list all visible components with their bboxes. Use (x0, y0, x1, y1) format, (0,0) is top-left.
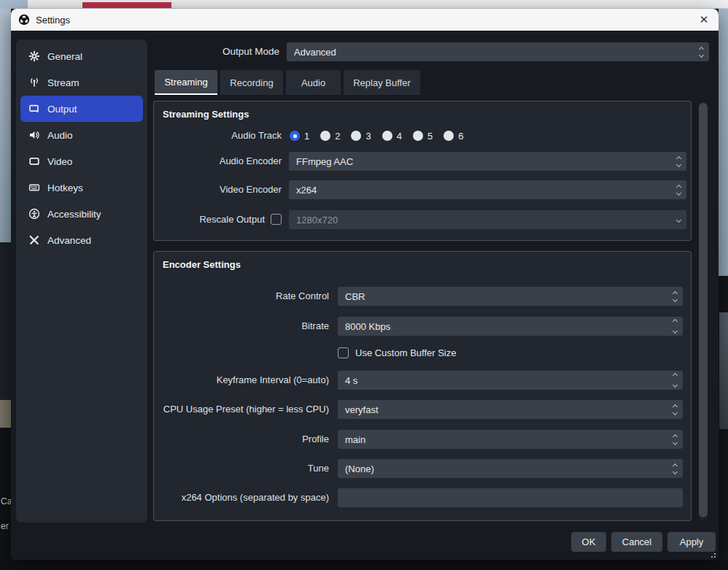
custom-buffer-checkbox[interactable] (338, 347, 349, 358)
audio-track-option-2[interactable]: 2 (320, 131, 340, 142)
close-icon[interactable]: ✕ (694, 9, 714, 31)
monitor-icon (28, 155, 40, 168)
rate-control-select[interactable]: CBR (338, 287, 683, 306)
settings-sidebar: General Stream Output (16, 39, 147, 523)
x264-options-input[interactable] (338, 488, 683, 507)
cancel-button[interactable]: Cancel (611, 532, 662, 552)
radio-label: 3 (365, 131, 371, 142)
rate-control-label: Rate Control (154, 287, 329, 306)
ok-button[interactable]: OK (571, 532, 606, 552)
desktop-sky-fragment (0, 0, 28, 9)
audio-encoder-select[interactable]: FFmpeg AAC (289, 152, 686, 171)
encoder-settings-panel: Encoder Settings Rate Control CBR Bitrat… (153, 251, 692, 521)
custom-buffer-label: Use Custom Buffer Size (355, 347, 456, 358)
bitrate-spinbox[interactable]: 8000 Kbps (338, 317, 683, 336)
panel-title: Streaming Settings (163, 109, 249, 120)
audio-track-option-3[interactable]: 3 (351, 131, 371, 142)
obs-logo-icon (18, 14, 30, 26)
tools-icon (28, 234, 40, 247)
video-encoder-value: x264 (296, 185, 317, 196)
sidebar-item-hotkeys[interactable]: Hotkeys (20, 174, 143, 201)
background-right-fragment (719, 312, 728, 429)
tab-label: Audio (301, 77, 325, 88)
resize-grip-icon[interactable] (708, 550, 716, 558)
output-mode-select[interactable]: Advanced (287, 42, 709, 61)
sidebar-item-general[interactable]: General (20, 43, 143, 69)
background-text-fragment: er (1, 521, 9, 531)
keyframe-interval-spinbox[interactable]: 4 s (338, 371, 683, 390)
tab-recording[interactable]: Recording (220, 70, 283, 95)
rescale-resolution-value: 1280x720 (296, 215, 338, 226)
audio-track-option-5[interactable]: 5 (413, 131, 433, 142)
sidebar-item-audio[interactable]: Audio (20, 122, 143, 148)
video-encoder-label: Video Encoder (154, 180, 282, 199)
audio-track-option-1[interactable]: 1 (290, 131, 309, 142)
tab-replay-buffer[interactable]: Replay Buffer (344, 70, 420, 95)
tune-label: Tune (154, 459, 329, 478)
tab-audio[interactable]: Audio (286, 70, 341, 95)
sidebar-item-advanced[interactable]: Advanced (20, 227, 143, 253)
panel-title: Encoder Settings (163, 259, 241, 270)
sidebar-item-stream[interactable]: Stream (20, 69, 143, 96)
radio-icon[interactable] (413, 131, 423, 141)
screen: Ca er Settings ✕ Gen (0, 0, 728, 570)
desktop-sky-right (719, 9, 728, 276)
apply-button[interactable]: Apply (667, 532, 716, 552)
tab-label: Streaming (164, 77, 207, 88)
audio-track-option-6[interactable]: 6 (444, 131, 463, 142)
x264-options-label: x264 Options (separated by space) (154, 488, 329, 507)
background-left-fragment (0, 400, 11, 428)
speaker-icon (28, 129, 40, 142)
radio-label: 1 (304, 131, 309, 142)
chevron-updown-icon (677, 152, 681, 171)
titlebar[interactable]: Settings ✕ (11, 9, 719, 31)
profile-value: main (345, 434, 365, 445)
rescale-output-label: Rescale Output (154, 210, 265, 229)
accessibility-icon (28, 208, 40, 220)
cpu-preset-select[interactable]: veryfast (338, 400, 683, 419)
background-left-bottom: Ca er (0, 428, 11, 570)
keyframe-interval-label: Keyframe Interval (0=auto) (154, 371, 329, 390)
sidebar-item-label: Audio (47, 130, 73, 141)
radio-icon[interactable] (320, 131, 330, 141)
output-mode-value: Advanced (294, 47, 336, 58)
profile-select[interactable]: main (338, 430, 683, 449)
radio-icon[interactable] (444, 131, 454, 141)
keyboard-icon (28, 182, 40, 194)
gear-icon (28, 50, 40, 63)
radio-icon[interactable] (382, 131, 392, 141)
audio-track-option-4[interactable]: 4 (382, 131, 402, 142)
settings-dialog: Settings ✕ General (11, 9, 719, 560)
radio-icon[interactable] (351, 131, 361, 141)
radio-label: 6 (458, 131, 463, 142)
display-output-icon (28, 103, 40, 115)
rescale-resolution-combo[interactable]: 1280x720 (289, 210, 686, 229)
sidebar-item-output[interactable]: Output (20, 96, 143, 122)
chevron-down-icon (677, 210, 681, 229)
sidebar-item-label: General (47, 51, 82, 62)
background-bottom-strip (0, 560, 728, 570)
output-mode-label: Output Mode (128, 43, 279, 61)
tune-select[interactable]: (None) (338, 459, 683, 478)
button-label: Cancel (622, 536, 651, 547)
video-encoder-select[interactable]: x264 (289, 180, 686, 199)
tab-label: Recording (230, 77, 273, 88)
bitrate-label: Bitrate (154, 317, 329, 336)
rescale-output-checkbox[interactable] (271, 214, 282, 225)
sidebar-item-video[interactable]: Video (20, 148, 143, 174)
desktop-sky-left (0, 9, 11, 242)
audio-encoder-value: FFmpeg AAC (296, 156, 353, 167)
spinner-arrows-icon[interactable] (673, 317, 677, 336)
tab-streaming[interactable]: Streaming (155, 70, 217, 95)
chevron-updown-icon (673, 287, 677, 306)
scrollbar-thumb[interactable] (699, 103, 708, 517)
button-label: Apply (680, 536, 704, 547)
audio-track-label: Audio Track (154, 128, 282, 144)
streaming-settings-panel: Streaming Settings Audio Track 1 2 3 4 (153, 101, 692, 241)
radio-selected-icon[interactable] (290, 131, 300, 141)
spinner-arrows-icon[interactable] (673, 371, 677, 390)
sidebar-item-accessibility[interactable]: Accessibility (20, 201, 143, 227)
chevron-updown-icon (673, 400, 677, 419)
radio-label: 2 (335, 131, 340, 142)
broadcast-icon (28, 77, 40, 89)
